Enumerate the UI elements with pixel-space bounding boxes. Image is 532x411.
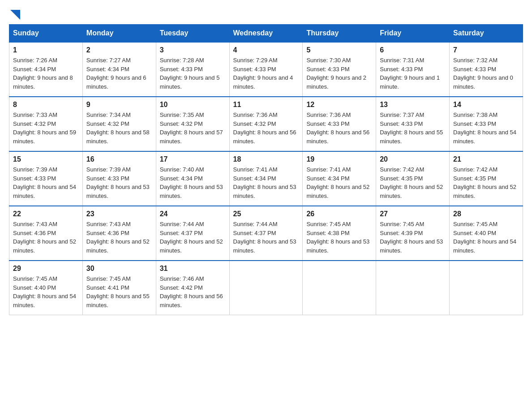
day-number: 7 xyxy=(453,46,519,54)
day-info: Sunrise: 7:34 AM Sunset: 4:32 PM Dayligh… xyxy=(86,111,152,146)
calendar-cell: 30 Sunrise: 7:45 AM Sunset: 4:41 PM Dayl… xyxy=(82,261,156,315)
calendar-cell: 27 Sunrise: 7:45 AM Sunset: 4:39 PM Dayl… xyxy=(376,206,450,261)
day-number: 1 xyxy=(13,46,79,54)
day-number: 12 xyxy=(306,101,372,109)
day-info: Sunrise: 7:45 AM Sunset: 4:40 PM Dayligh… xyxy=(453,220,519,255)
header-saturday: Saturday xyxy=(450,25,523,43)
header-thursday: Thursday xyxy=(303,25,376,43)
day-number: 19 xyxy=(306,155,372,163)
calendar-cell: 3 Sunrise: 7:28 AM Sunset: 4:33 PM Dayli… xyxy=(156,42,229,97)
day-number: 13 xyxy=(380,101,446,109)
calendar-cell: 11 Sunrise: 7:36 AM Sunset: 4:32 PM Dayl… xyxy=(229,97,303,151)
calendar-cell: 22 Sunrise: 7:43 AM Sunset: 4:36 PM Dayl… xyxy=(9,206,83,261)
day-info: Sunrise: 7:41 AM Sunset: 4:34 PM Dayligh… xyxy=(233,165,299,200)
day-info: Sunrise: 7:44 AM Sunset: 4:37 PM Dayligh… xyxy=(233,220,299,255)
day-number: 25 xyxy=(233,210,299,218)
calendar-cell: 15 Sunrise: 7:39 AM Sunset: 4:33 PM Dayl… xyxy=(9,151,83,206)
day-number: 14 xyxy=(453,101,519,109)
logo-arrow-icon xyxy=(10,10,20,21)
day-info: Sunrise: 7:39 AM Sunset: 4:33 PM Dayligh… xyxy=(86,165,152,200)
calendar-cell: 31 Sunrise: 7:46 AM Sunset: 4:42 PM Dayl… xyxy=(156,261,229,315)
day-number: 11 xyxy=(233,101,299,109)
calendar-cell: 8 Sunrise: 7:33 AM Sunset: 4:32 PM Dayli… xyxy=(9,97,83,151)
calendar-cell: 26 Sunrise: 7:45 AM Sunset: 4:38 PM Dayl… xyxy=(303,206,376,261)
calendar-cell: 12 Sunrise: 7:36 AM Sunset: 4:33 PM Dayl… xyxy=(303,97,376,151)
day-info: Sunrise: 7:32 AM Sunset: 4:33 PM Dayligh… xyxy=(453,56,519,91)
day-info: Sunrise: 7:45 AM Sunset: 4:41 PM Dayligh… xyxy=(86,274,152,309)
day-info: Sunrise: 7:29 AM Sunset: 4:33 PM Dayligh… xyxy=(233,56,299,91)
day-number: 24 xyxy=(160,210,226,218)
day-number: 20 xyxy=(380,155,446,163)
day-number: 3 xyxy=(160,46,226,54)
day-number: 29 xyxy=(13,265,79,273)
day-info: Sunrise: 7:38 AM Sunset: 4:33 PM Dayligh… xyxy=(453,111,519,146)
day-info: Sunrise: 7:37 AM Sunset: 4:33 PM Dayligh… xyxy=(380,111,446,146)
day-info: Sunrise: 7:28 AM Sunset: 4:33 PM Dayligh… xyxy=(160,56,226,91)
header-tuesday: Tuesday xyxy=(156,25,229,43)
calendar-cell: 29 Sunrise: 7:45 AM Sunset: 4:40 PM Dayl… xyxy=(9,261,83,315)
calendar-cell: 18 Sunrise: 7:41 AM Sunset: 4:34 PM Dayl… xyxy=(229,151,303,206)
day-number: 31 xyxy=(160,265,226,273)
day-number: 27 xyxy=(380,210,446,218)
calendar-cell: 9 Sunrise: 7:34 AM Sunset: 4:32 PM Dayli… xyxy=(82,97,156,151)
calendar-week-1: 1 Sunrise: 7:26 AM Sunset: 4:34 PM Dayli… xyxy=(9,42,523,97)
calendar-week-3: 15 Sunrise: 7:39 AM Sunset: 4:33 PM Dayl… xyxy=(9,151,523,206)
day-info: Sunrise: 7:36 AM Sunset: 4:33 PM Dayligh… xyxy=(306,111,372,146)
day-number: 10 xyxy=(160,101,226,109)
day-number: 17 xyxy=(160,155,226,163)
calendar-cell: 2 Sunrise: 7:27 AM Sunset: 4:34 PM Dayli… xyxy=(82,42,156,97)
day-number: 28 xyxy=(453,210,519,218)
day-info: Sunrise: 7:31 AM Sunset: 4:33 PM Dayligh… xyxy=(380,56,446,91)
calendar-cell xyxy=(376,261,450,315)
day-info: Sunrise: 7:30 AM Sunset: 4:33 PM Dayligh… xyxy=(306,56,372,91)
calendar-cell: 13 Sunrise: 7:37 AM Sunset: 4:33 PM Dayl… xyxy=(376,97,450,151)
day-info: Sunrise: 7:36 AM Sunset: 4:32 PM Dayligh… xyxy=(233,111,299,146)
calendar-cell: 6 Sunrise: 7:31 AM Sunset: 4:33 PM Dayli… xyxy=(376,42,450,97)
day-number: 2 xyxy=(86,46,152,54)
calendar-cell: 4 Sunrise: 7:29 AM Sunset: 4:33 PM Dayli… xyxy=(229,42,303,97)
day-info: Sunrise: 7:42 AM Sunset: 4:35 PM Dayligh… xyxy=(380,165,446,200)
logo xyxy=(9,9,20,20)
day-info: Sunrise: 7:42 AM Sunset: 4:35 PM Dayligh… xyxy=(453,165,519,200)
svg-marker-0 xyxy=(10,10,20,20)
calendar-cell: 5 Sunrise: 7:30 AM Sunset: 4:33 PM Dayli… xyxy=(303,42,376,97)
calendar-week-5: 29 Sunrise: 7:45 AM Sunset: 4:40 PM Dayl… xyxy=(9,261,523,315)
day-number: 26 xyxy=(306,210,372,218)
day-info: Sunrise: 7:45 AM Sunset: 4:39 PM Dayligh… xyxy=(380,220,446,255)
day-number: 5 xyxy=(306,46,372,54)
calendar-cell: 14 Sunrise: 7:38 AM Sunset: 4:33 PM Dayl… xyxy=(450,97,523,151)
day-info: Sunrise: 7:40 AM Sunset: 4:34 PM Dayligh… xyxy=(160,165,226,200)
page-header xyxy=(9,9,523,20)
calendar-header-row: SundayMondayTuesdayWednesdayThursdayFrid… xyxy=(9,25,523,43)
day-number: 15 xyxy=(13,155,79,163)
day-info: Sunrise: 7:35 AM Sunset: 4:32 PM Dayligh… xyxy=(160,111,226,146)
calendar-cell: 10 Sunrise: 7:35 AM Sunset: 4:32 PM Dayl… xyxy=(156,97,229,151)
calendar-cell: 1 Sunrise: 7:26 AM Sunset: 4:34 PM Dayli… xyxy=(9,42,83,97)
day-info: Sunrise: 7:44 AM Sunset: 4:37 PM Dayligh… xyxy=(160,220,226,255)
calendar-cell: 7 Sunrise: 7:32 AM Sunset: 4:33 PM Dayli… xyxy=(450,42,523,97)
calendar-cell: 20 Sunrise: 7:42 AM Sunset: 4:35 PM Dayl… xyxy=(376,151,450,206)
calendar-cell xyxy=(450,261,523,315)
calendar-cell xyxy=(229,261,303,315)
day-number: 23 xyxy=(86,210,152,218)
calendar-cell: 21 Sunrise: 7:42 AM Sunset: 4:35 PM Dayl… xyxy=(450,151,523,206)
calendar-week-2: 8 Sunrise: 7:33 AM Sunset: 4:32 PM Dayli… xyxy=(9,97,523,151)
day-number: 9 xyxy=(86,101,152,109)
day-info: Sunrise: 7:33 AM Sunset: 4:32 PM Dayligh… xyxy=(13,111,79,146)
day-info: Sunrise: 7:43 AM Sunset: 4:36 PM Dayligh… xyxy=(13,220,79,255)
calendar-cell: 23 Sunrise: 7:43 AM Sunset: 4:36 PM Dayl… xyxy=(82,206,156,261)
header-monday: Monday xyxy=(82,25,156,43)
day-number: 8 xyxy=(13,101,79,109)
day-info: Sunrise: 7:43 AM Sunset: 4:36 PM Dayligh… xyxy=(86,220,152,255)
day-number: 30 xyxy=(86,265,152,273)
calendar-cell: 24 Sunrise: 7:44 AM Sunset: 4:37 PM Dayl… xyxy=(156,206,229,261)
day-info: Sunrise: 7:45 AM Sunset: 4:38 PM Dayligh… xyxy=(306,220,372,255)
day-number: 4 xyxy=(233,46,299,54)
calendar-cell: 28 Sunrise: 7:45 AM Sunset: 4:40 PM Dayl… xyxy=(450,206,523,261)
day-number: 21 xyxy=(453,155,519,163)
day-info: Sunrise: 7:46 AM Sunset: 4:42 PM Dayligh… xyxy=(160,274,226,309)
calendar-cell xyxy=(303,261,376,315)
day-number: 16 xyxy=(86,155,152,163)
header-wednesday: Wednesday xyxy=(229,25,303,43)
calendar-week-4: 22 Sunrise: 7:43 AM Sunset: 4:36 PM Dayl… xyxy=(9,206,523,261)
